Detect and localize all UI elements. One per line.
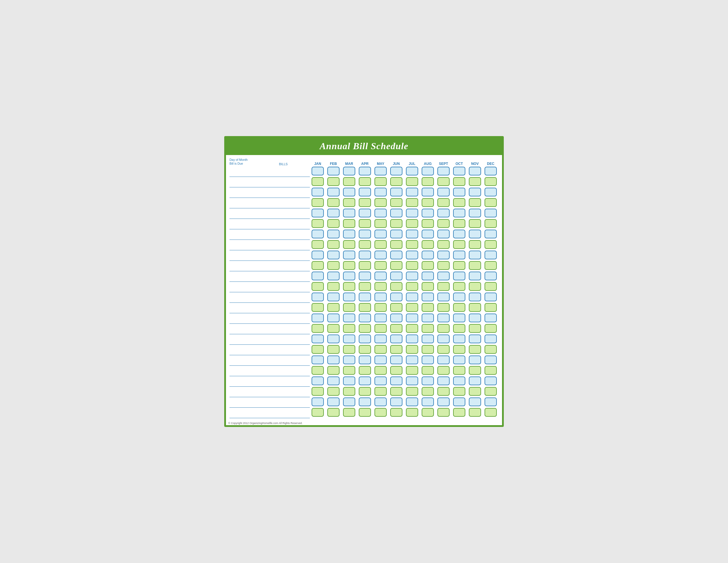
month-checkbox-cell[interactable] [404,261,420,271]
month-checkbox-cell[interactable] [326,271,341,282]
month-checkbox-cell[interactable] [310,387,326,397]
blue-checkbox[interactable] [390,335,402,343]
blue-checkbox[interactable] [374,167,387,175]
month-checkbox-cell[interactable] [357,334,373,345]
month-checkbox-cell[interactable] [388,313,404,324]
month-checkbox-cell[interactable] [467,240,483,250]
month-checkbox-cell[interactable] [420,219,436,229]
blue-checkbox[interactable] [406,293,418,301]
month-checkbox-cell[interactable] [388,324,404,334]
month-checkbox-cell[interactable] [326,282,341,292]
day-cell[interactable] [229,166,257,177]
green-checkbox[interactable] [406,261,418,270]
green-checkbox[interactable] [437,198,450,207]
green-checkbox[interactable] [390,240,402,249]
blue-checkbox[interactable] [343,250,355,259]
blue-checkbox[interactable] [469,229,481,238]
month-checkbox-cell[interactable] [404,208,420,219]
month-checkbox-cell[interactable] [436,198,451,208]
month-checkbox-cell[interactable] [373,177,388,187]
green-checkbox[interactable] [359,198,371,207]
blue-checkbox[interactable] [343,377,355,385]
month-checkbox-cell[interactable] [467,387,483,397]
green-checkbox[interactable] [406,177,418,186]
month-checkbox-cell[interactable] [420,397,436,408]
month-checkbox-cell[interactable] [373,198,388,208]
blue-checkbox[interactable] [422,209,434,217]
month-checkbox-cell[interactable] [436,292,451,303]
green-checkbox[interactable] [453,324,465,333]
green-checkbox[interactable] [343,282,355,291]
blue-checkbox[interactable] [359,335,371,343]
month-checkbox-cell[interactable] [483,282,499,292]
month-checkbox-cell[interactable] [310,324,326,334]
bills-cell[interactable] [257,208,310,219]
month-checkbox-cell[interactable] [420,208,436,219]
month-checkbox-cell[interactable] [436,219,451,229]
blue-checkbox[interactable] [359,167,371,175]
bills-cell[interactable] [257,303,310,313]
month-checkbox-cell[interactable] [451,397,467,408]
blue-checkbox[interactable] [374,356,387,364]
blue-checkbox[interactable] [390,314,402,322]
month-checkbox-cell[interactable] [420,187,436,198]
month-checkbox-cell[interactable] [420,198,436,208]
blue-checkbox[interactable] [390,167,402,175]
month-checkbox-cell[interactable] [483,303,499,313]
green-checkbox[interactable] [485,303,497,312]
day-cell[interactable] [229,408,257,418]
month-checkbox-cell[interactable] [451,387,467,397]
green-checkbox[interactable] [343,408,355,417]
month-checkbox-cell[interactable] [373,292,388,303]
blue-checkbox[interactable] [374,293,387,301]
month-checkbox-cell[interactable] [451,208,467,219]
blue-checkbox[interactable] [453,271,465,280]
blue-checkbox[interactable] [343,314,355,322]
month-checkbox-cell[interactable] [357,219,373,229]
month-checkbox-cell[interactable] [357,408,373,418]
month-checkbox-cell[interactable] [310,187,326,198]
blue-checkbox[interactable] [359,377,371,385]
month-checkbox-cell[interactable] [326,208,341,219]
month-checkbox-cell[interactable] [341,313,357,324]
green-checkbox[interactable] [312,345,324,354]
blue-checkbox[interactable] [390,271,402,280]
green-checkbox[interactable] [453,387,465,396]
month-checkbox-cell[interactable] [326,292,341,303]
blue-checkbox[interactable] [422,167,434,175]
blue-checkbox[interactable] [453,377,465,385]
green-checkbox[interactable] [422,303,434,312]
green-checkbox[interactable] [374,282,387,291]
month-checkbox-cell[interactable] [357,177,373,187]
blue-checkbox[interactable] [422,335,434,343]
month-checkbox-cell[interactable] [310,240,326,250]
month-checkbox-cell[interactable] [326,187,341,198]
green-checkbox[interactable] [374,303,387,312]
month-checkbox-cell[interactable] [483,397,499,408]
month-checkbox-cell[interactable] [388,219,404,229]
green-checkbox[interactable] [312,408,324,417]
month-checkbox-cell[interactable] [436,334,451,345]
green-checkbox[interactable] [390,345,402,354]
month-checkbox-cell[interactable] [483,387,499,397]
green-checkbox[interactable] [359,219,371,228]
green-checkbox[interactable] [312,366,324,375]
month-checkbox-cell[interactable] [451,292,467,303]
month-checkbox-cell[interactable] [467,219,483,229]
month-checkbox-cell[interactable] [373,187,388,198]
blue-checkbox[interactable] [469,314,481,322]
green-checkbox[interactable] [343,261,355,270]
month-checkbox-cell[interactable] [357,397,373,408]
green-checkbox[interactable] [359,177,371,186]
green-checkbox[interactable] [437,240,450,249]
month-checkbox-cell[interactable] [341,177,357,187]
day-cell[interactable] [229,250,257,261]
blue-checkbox[interactable] [327,314,340,322]
blue-checkbox[interactable] [374,398,387,406]
month-checkbox-cell[interactable] [310,166,326,177]
month-checkbox-cell[interactable] [373,303,388,313]
month-checkbox-cell[interactable] [404,303,420,313]
month-checkbox-cell[interactable] [388,198,404,208]
month-checkbox-cell[interactable] [436,408,451,418]
blue-checkbox[interactable] [327,250,340,259]
